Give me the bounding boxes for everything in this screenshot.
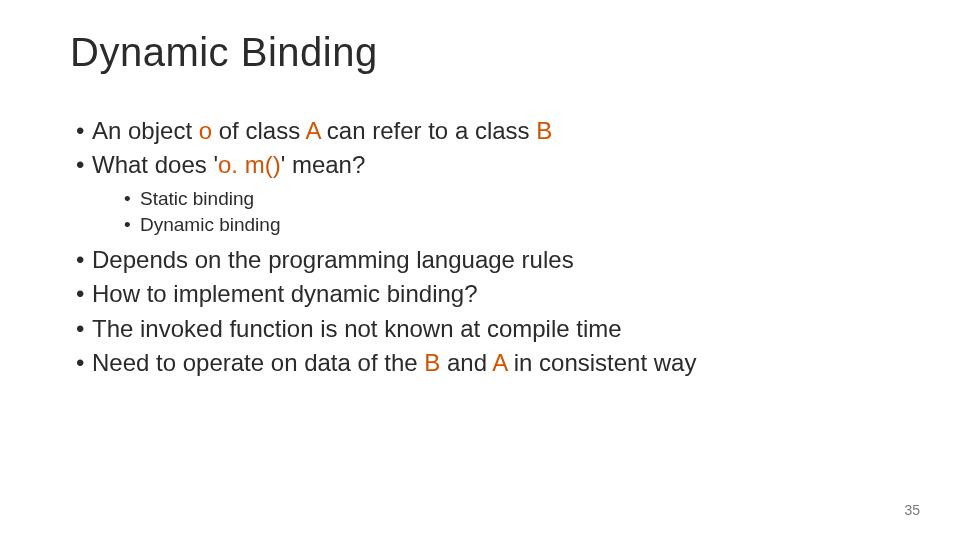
code-class-B: B: [424, 349, 440, 376]
text: ' mean?: [281, 151, 366, 178]
bullet-item-6: Need to operate on data of the B and A i…: [70, 347, 890, 379]
code-class-B: B: [536, 117, 552, 144]
slide-title: Dynamic Binding: [70, 30, 890, 75]
text: of class: [212, 117, 305, 144]
slide: Dynamic Binding An object o of class A c…: [0, 0, 960, 540]
bullet-item-5: The invoked function is not known at com…: [70, 313, 890, 345]
bullet-item-4: How to implement dynamic binding?: [70, 278, 890, 310]
bullet-list: An object o of class A can refer to a cl…: [70, 115, 890, 380]
page-number: 35: [904, 502, 920, 518]
text: and: [440, 349, 492, 376]
bullet-item-1: An object o of class A can refer to a cl…: [70, 115, 890, 147]
sub-bullet-2: Dynamic binding: [122, 212, 890, 238]
text: can refer to a class: [320, 117, 536, 144]
bullet-item-3: Depends on the programming language rule…: [70, 244, 890, 276]
sub-bullet-list: Static binding Dynamic binding: [92, 186, 890, 238]
text: What does ': [92, 151, 218, 178]
text: in consistent way: [507, 349, 696, 376]
code-call: o. m(): [218, 151, 281, 178]
code-var-o: o: [199, 117, 212, 144]
text: Need to operate on data of the: [92, 349, 424, 376]
bullet-item-2: What does 'o. m()' mean? Static binding …: [70, 149, 890, 238]
code-class-A: A: [305, 117, 320, 144]
sub-bullet-1: Static binding: [122, 186, 890, 212]
code-class-A: A: [492, 349, 507, 376]
text: An object: [92, 117, 199, 144]
